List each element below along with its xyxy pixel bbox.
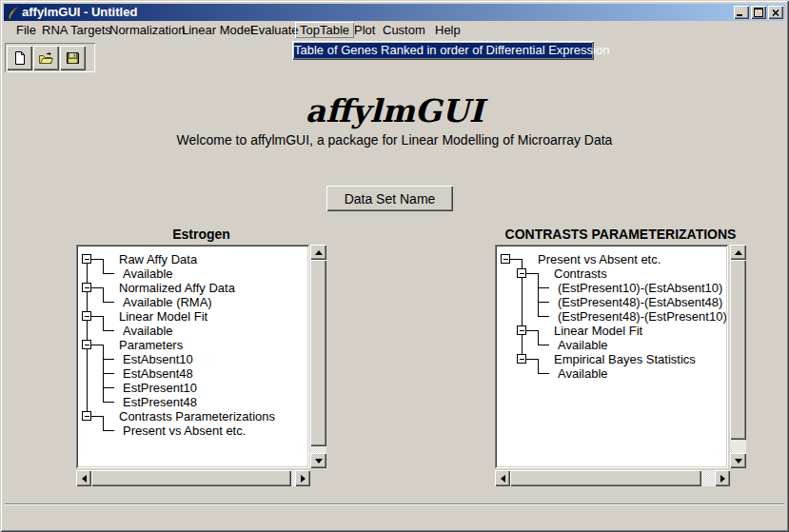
new-file-button[interactable] — [7, 46, 32, 70]
toptable-menu-popup: Table of Genes Ranked in order of Differ… — [292, 41, 594, 60]
tree-item[interactable]: Present vs Absent etc. — [538, 252, 661, 266]
tree-item[interactable]: Linear Model Fit — [554, 324, 642, 338]
up-arrow-icon — [735, 250, 742, 255]
tree-item[interactable]: Available — [558, 366, 608, 381]
new-document-icon — [11, 50, 28, 66]
welcome-text: Welcome to affylmGUI, a package for Line… — [0, 132, 789, 148]
minimize-button[interactable] — [734, 6, 749, 19]
tree-item[interactable]: Contrasts Parameterizations — [119, 409, 275, 424]
menu-help[interactable]: Help — [430, 22, 465, 38]
tree-item[interactable]: Linear Model Fit — [119, 309, 207, 324]
right-tree-content: Present vs Absent etc.Contrasts(EstPrese… — [497, 246, 726, 466]
tree-item[interactable]: Available (RMA) — [123, 295, 212, 309]
data-set-name-button[interactable]: Data Set Name — [326, 186, 453, 211]
tree-item[interactable]: EstPresent48 — [123, 395, 197, 409]
tree-item[interactable]: Available — [123, 324, 173, 338]
scrollbar-track[interactable] — [701, 470, 715, 486]
tree-item[interactable]: EstPresent10 — [123, 381, 197, 395]
left-tree-content: Raw Affy DataAvailableNormalized Affy Da… — [78, 246, 307, 466]
tree-item[interactable]: EstAbsent48 — [123, 366, 193, 381]
tree-item[interactable]: Empirical Bayes Statistics — [554, 352, 696, 366]
scroll-up-button[interactable] — [310, 245, 326, 260]
app-window: affylmGUI - Untitled File RNA Targets No… — [0, 0, 789, 532]
up-arrow-icon — [315, 250, 323, 255]
right-tree-horizontal-scrollbar[interactable] — [495, 470, 730, 486]
tree-item[interactable]: Raw Affy Data — [119, 252, 197, 266]
tree-item[interactable]: (EstPresent48)-(EstPresent10) — [558, 309, 726, 324]
tree-item[interactable]: Available — [558, 338, 608, 352]
tree-item[interactable]: Available — [123, 266, 173, 281]
left-arrow-icon — [82, 475, 87, 483]
tree-item[interactable]: Contrasts — [554, 266, 607, 281]
scroll-down-button[interactable] — [730, 453, 746, 468]
right-arrow-icon — [720, 475, 725, 483]
scroll-right-button[interactable] — [715, 470, 730, 486]
left-tree: Raw Affy DataAvailableNormalized Affy Da… — [76, 245, 309, 468]
save-icon — [65, 50, 81, 66]
close-icon — [772, 10, 779, 16]
left-tree-title: Estrogen — [76, 227, 326, 242]
right-tree-title: CONTRASTS PARAMETERIZATIONS — [495, 227, 746, 242]
scroll-left-button[interactable] — [495, 470, 510, 486]
tree-item[interactable]: EstAbsent10 — [123, 352, 193, 366]
open-file-button[interactable] — [33, 46, 59, 70]
app-title: affylmGUI — [0, 92, 789, 129]
tree-item[interactable]: (EstPresent48)-(EstAbsent48) — [558, 295, 722, 309]
menu-custom[interactable]: Custom — [378, 22, 430, 38]
left-tree-vertical-scrollbar[interactable] — [310, 245, 326, 468]
titlebar[interactable]: affylmGUI - Untitled — [4, 4, 785, 21]
toolbar — [5, 43, 95, 72]
open-folder-icon — [38, 50, 54, 66]
right-tree-vertical-scrollbar[interactable] — [730, 245, 746, 468]
feather-icon — [7, 7, 19, 19]
scrollbar-thumb[interactable] — [510, 470, 701, 486]
scroll-up-button[interactable] — [730, 245, 746, 260]
scroll-right-button[interactable] — [295, 470, 310, 486]
bottom-divider — [5, 503, 784, 505]
scroll-left-button[interactable] — [76, 470, 91, 486]
menu-toptable[interactable]: TopTable — [295, 22, 354, 38]
left-arrow-icon — [501, 475, 505, 483]
maximize-icon — [754, 8, 763, 17]
tree-item[interactable]: (EstPresent10)-(EstAbsent10) — [558, 281, 722, 295]
menu-item-toptable[interactable]: Table of Genes Ranked in order of Differ… — [294, 43, 592, 58]
maximize-button[interactable] — [751, 6, 766, 19]
left-tree-horizontal-scrollbar[interactable] — [76, 470, 310, 486]
right-arrow-icon — [301, 475, 306, 483]
scrollbar-track[interactable] — [730, 440, 746, 453]
tree-item[interactable]: Parameters — [119, 338, 183, 352]
window-title: affylmGUI - Untitled — [22, 4, 732, 21]
minimize-icon — [737, 14, 742, 16]
down-arrow-icon — [735, 459, 742, 463]
down-arrow-icon — [315, 459, 323, 463]
scrollbar-thumb[interactable] — [310, 260, 326, 446]
right-tree: Present vs Absent etc.Contrasts(EstPrese… — [495, 245, 728, 468]
save-file-button[interactable] — [60, 46, 86, 70]
scrollbar-track[interactable] — [310, 446, 326, 453]
scrollbar-thumb[interactable] — [91, 470, 291, 486]
scroll-down-button[interactable] — [310, 453, 326, 468]
menu-plot[interactable]: Plot — [349, 22, 380, 38]
menubar: File RNA Targets Normalization Linear Mo… — [4, 21, 785, 41]
tree-item[interactable]: Normalized Affy Data — [119, 281, 235, 295]
tree-item[interactable]: Present vs Absent etc. — [123, 424, 246, 438]
window-controls — [732, 6, 783, 19]
close-button[interactable] — [768, 6, 783, 19]
scrollbar-thumb[interactable] — [730, 260, 746, 440]
